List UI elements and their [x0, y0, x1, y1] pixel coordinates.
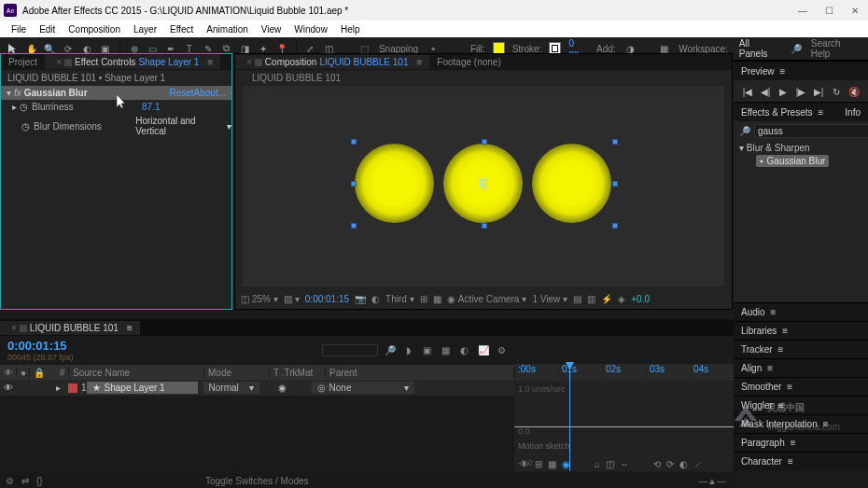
timeline-time[interactable]: 0:00:01:15 — [7, 339, 74, 353]
snapping-label[interactable]: Snapping — [379, 44, 418, 54]
audio-panel-head[interactable]: Audio≡ — [734, 302, 868, 321]
parent-dropdown[interactable]: ◎None▾ — [312, 382, 414, 394]
tracker-panel-head[interactable]: Tracker≡ — [734, 340, 868, 358]
mute-icon[interactable]: 🔇 — [847, 85, 861, 98]
grid-icon[interactable]: ⊞ — [420, 294, 427, 304]
ep-effect-item[interactable]: ▪Gaussian Blur — [756, 155, 829, 167]
menu-composition[interactable]: Composition — [63, 22, 126, 36]
lock-col-icon[interactable]: 🔒 — [30, 368, 43, 378]
close-button[interactable]: ✕ — [842, 0, 868, 21]
stopwatch-icon[interactable]: ◷ — [21, 121, 30, 132]
handle[interactable] — [612, 139, 618, 145]
footage-tab[interactable]: Footage (none) — [429, 55, 508, 69]
handle[interactable] — [351, 181, 357, 187]
handle[interactable] — [612, 223, 618, 229]
libraries-panel-head[interactable]: Libraries≡ — [734, 321, 868, 340]
paragraph-panel-head[interactable]: Paragraph≡ — [734, 433, 868, 452]
menu-file[interactable]: File — [6, 22, 32, 36]
tl-search[interactable] — [322, 344, 378, 356]
blurriness-value[interactable]: 87.1 — [142, 102, 160, 112]
tl-comp-icon[interactable]: ▣ — [420, 343, 434, 357]
reset-link[interactable]: Reset — [169, 88, 193, 98]
maximize-button[interactable]: ☐ — [816, 0, 842, 21]
tl-motion-blur-icon[interactable]: ◐ — [457, 343, 471, 357]
triangle-right-icon[interactable]: ▸ — [12, 102, 17, 112]
ep-category[interactable]: ▾ Blur & Sharpen — [734, 141, 868, 155]
preview-tab[interactable]: Preview — [741, 66, 775, 77]
handle[interactable] — [351, 223, 357, 229]
menu-help[interactable]: Help — [335, 22, 366, 36]
comp-breadcrumb[interactable]: LIQUID BUBBLE 101 — [235, 70, 732, 86]
anchor-point-icon[interactable] — [480, 179, 487, 187]
handle[interactable] — [351, 139, 357, 145]
tl-graph-icon[interactable]: 📈 — [476, 343, 490, 357]
resolution-dropdown[interactable]: ▧ ▾ — [284, 294, 300, 304]
align-panel-head[interactable]: Align≡ — [734, 358, 868, 377]
timeline-layer-row[interactable]: 👁 ▸ 1 ★Shape Layer 1 Normal▾ ◉ ◎None▾ — [0, 380, 514, 396]
fx-icon[interactable]: fx — [14, 88, 21, 98]
handle[interactable] — [482, 139, 487, 145]
triangle-right-icon[interactable]: ▸ — [56, 383, 61, 393]
graph-editor[interactable]: 1.0 units/sec 0.0 -1.0 Motion sketch 👁⊞▦… — [514, 381, 734, 471]
visibility-icon[interactable]: 👁 — [0, 383, 17, 393]
handle[interactable] — [482, 223, 487, 229]
zoom-slider[interactable]: —▲— — [698, 476, 726, 486]
layer-color[interactable] — [68, 383, 77, 393]
ge-icon[interactable]: ⌂ — [595, 459, 600, 469]
minimize-button[interactable]: — — [790, 0, 816, 21]
ge-icon[interactable]: ↔ — [620, 459, 629, 469]
character-panel-head[interactable]: Character≡ — [734, 452, 868, 470]
tl-brain-icon[interactable]: ⚙ — [495, 343, 509, 357]
stopwatch-icon[interactable]: ◷ — [20, 102, 28, 112]
ge-icon[interactable]: ◫ — [606, 459, 614, 469]
ep-search-input[interactable] — [754, 124, 868, 138]
ge-icon[interactable]: ⟲ — [653, 459, 661, 469]
layer-name[interactable]: ★Shape Layer 1 — [87, 382, 198, 394]
project-tab[interactable]: Project — [1, 55, 45, 69]
ge-icon[interactable]: ◐ — [679, 459, 688, 469]
ge-icon[interactable]: ▦ — [548, 459, 556, 469]
first-frame-icon[interactable]: |◀ — [741, 85, 754, 98]
loop-icon[interactable]: ↻ — [830, 85, 843, 98]
workspace-value[interactable]: All Panels — [739, 38, 777, 59]
toggle-switches-modes[interactable]: Toggle Switches / Modes — [205, 476, 309, 486]
tl-switch-icon[interactable]: ⇄ — [21, 476, 29, 486]
last-frame-icon[interactable]: ▶| — [812, 85, 825, 98]
search-help[interactable]: Search Help — [811, 38, 859, 59]
playhead[interactable] — [569, 364, 570, 471]
effect-controls-tab[interactable]: ×Effect Controls Shape Layer 1≡ — [45, 55, 220, 69]
tl-search-icon[interactable]: 🔎 — [383, 343, 397, 357]
info-tab[interactable]: Info — [845, 107, 861, 118]
eye-col-icon[interactable]: 👁 — [0, 368, 17, 378]
pixel-icon[interactable]: ▥ — [587, 294, 595, 304]
dimensions-dropdown[interactable]: Horizontal and Vertical▾ — [135, 116, 231, 136]
wiggler-panel-head[interactable]: Wiggler≡ — [734, 396, 868, 414]
timeline-tab[interactable]: ×LIQUID BUBBLE 101≡ — [0, 321, 140, 335]
menu-edit[interactable]: Edit — [34, 22, 61, 36]
mask-icon[interactable]: ▦ — [433, 294, 441, 304]
camera-dropdown[interactable]: ◉ Active Camera ▾ — [447, 294, 527, 304]
ec-effect-header[interactable]: ▾ fx Gaussian Blur Reset About... — [1, 86, 231, 100]
composition-tab[interactable]: ×Composition LIQUID BUBBLE 101≡ — [235, 55, 429, 69]
menu-animation[interactable]: Animation — [201, 22, 253, 36]
next-frame-icon[interactable]: |▶ — [794, 85, 807, 98]
views-dropdown[interactable]: 1 View ▾ — [532, 294, 567, 304]
tl-frame-blend-icon[interactable]: ▦ — [439, 343, 453, 357]
tl-brackets-icon[interactable]: {} — [36, 476, 43, 486]
time-display[interactable]: 0:00:01:15 — [305, 294, 349, 304]
fast-preview-icon[interactable]: ⚡ — [601, 294, 612, 304]
menu-window[interactable]: Window — [288, 22, 333, 36]
timeline-icon[interactable]: ◈ — [618, 294, 625, 304]
channel-icon[interactable]: ◐ — [371, 294, 380, 304]
mask-interp-panel-head[interactable]: Mask Interpolation≡ — [734, 414, 868, 433]
ge-icon[interactable]: 👁 — [520, 459, 529, 469]
menu-effect[interactable]: Effect — [164, 22, 199, 36]
zoom-dropdown[interactable]: ◫ 25% ▾ — [241, 294, 278, 304]
search-icon[interactable]: 🔎 — [789, 41, 804, 57]
tl-shy-icon[interactable]: ◗ — [401, 343, 415, 357]
ge-icon[interactable]: ⟋ — [693, 459, 703, 469]
composition-viewer[interactable] — [243, 86, 724, 286]
mode-dropdown[interactable]: Normal▾ — [203, 382, 259, 394]
tl-settings-icon[interactable]: ⚙ — [6, 476, 14, 486]
play-icon[interactable]: ▶ — [777, 85, 790, 98]
